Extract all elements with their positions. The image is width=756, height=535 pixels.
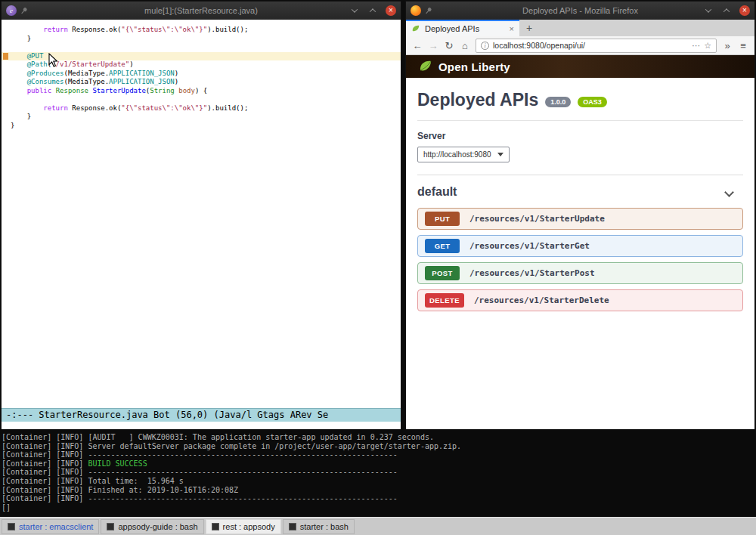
emacs-minimize-button[interactable] [349,5,360,16]
divider [417,120,743,121]
taskbar-item[interactable]: rest : appsody [206,519,281,534]
new-tab-button[interactable]: + [519,20,539,36]
method-badge: DELETE [425,293,464,308]
emacs-titlebar[interactable]: e mule[1]:(StarterResource.java) × [2,2,401,20]
taskbar-item[interactable]: appsody-guide : bash [101,519,203,534]
menu-icon[interactable]: ≡ [738,40,748,51]
firefox-maximize-button[interactable] [721,5,732,16]
code-area[interactable]: return Response.ok("{\"status\":\"ok\"}"… [2,20,401,130]
mouse-cursor [48,53,58,68]
terminal-line: [Container] [INFO] Server defaultServer … [2,442,756,451]
firefox-window-title: Deployed APIs - Mozilla Firefox [463,6,697,15]
terminal-line: [Container] [INFO] ---------------------… [2,468,756,477]
url-bar[interactable]: i localhost:9080/openapi/ui/ ⋯ ☆ [476,39,717,53]
open-liberty-logo-icon [418,59,433,74]
terminal-line: [Container] [INFO] Total time: 15.964 s [2,477,756,486]
code-line: @Produces(MediaType.APPLICATION_JSON) [2,70,401,79]
firefox-app-icon [411,5,421,16]
reload-icon[interactable]: ↻ [444,40,454,51]
endpoint-row[interactable]: POST/resources/v1/StarterPost [417,262,743,284]
taskbar-item-label: starter : emacsclient [19,522,93,531]
method-badge: PUT [425,212,460,226]
emacs-app-icon: e [6,5,17,16]
chevron-up-icon [723,8,730,14]
terminal-line: [Container] [INFO] BUILD SUCCESS [2,459,756,469]
bookmark-star-icon[interactable]: ☆ [704,41,711,51]
open-liberty-favicon [411,24,420,33]
endpoint-path: /resources/v1/StarterPost [469,268,595,278]
endpoint-path: /resources/v1/StarterUpdate [469,214,605,224]
terminal-window-icon [107,523,114,530]
home-icon[interactable]: ⌂ [460,40,470,51]
endpoint-row[interactable]: DELETE/resources/v1/StarterDelete [417,289,743,311]
overflow-icon[interactable]: » [722,40,733,51]
emacs-buffer[interactable]: return Response.ok("{\"status\":\"ok\"}"… [2,20,401,408]
server-label: Server [417,131,743,141]
emacs-maximize-button[interactable] [367,5,378,16]
taskbar-items: starter : emacsclientappsody-guide : bas… [0,517,756,535]
code-line: @Path("/v1/StarterUpdate") [2,60,401,70]
taskbar-item-label: rest : appsody [223,522,275,531]
terminal-line: [Container] [INFO] [AUDIT ] CWWKZ0003I: … [2,433,756,442]
terminal-line: [Container] [INFO] Finished at: 2019-10-… [2,486,756,495]
emacs-window-title: mule[1]:(StarterResource.java) [59,6,343,15]
code-line: return Response.ok("{\"status\":\"ok\"}"… [2,26,401,35]
open-liberty-brand: Open Liberty [438,60,510,73]
firefox-navbar: ← → ↻ ⌂ i localhost:9080/openapi/ui/ ⋯ ☆… [406,36,754,55]
chevron-down-icon [705,6,711,12]
back-icon[interactable]: ← [412,40,423,51]
emacs-minibuffer[interactable] [2,422,401,429]
collapse-chevron-icon[interactable] [724,187,734,197]
code-line [2,95,401,104]
emacs-window: e mule[1]:(StarterResource.java) × retur… [2,2,401,429]
section-title: default [417,185,457,199]
code-line: } [2,113,401,122]
tab-close-icon[interactable]: × [510,24,514,33]
taskbar-item-label: appsody-guide : bash [118,522,197,531]
endpoint-path: /resources/v1/StarterDelete [474,295,609,305]
server-select[interactable]: http://localhost:9080 [417,147,510,162]
pin-icon [425,7,432,15]
url-text[interactable]: localhost:9080/openapi/ui/ [493,41,688,50]
caret-down-icon [497,153,503,156]
method-badge: GET [425,239,460,253]
chevron-down-icon [352,6,358,12]
taskbar-item[interactable]: starter : bash [283,519,355,534]
terminal-line: [] [2,503,756,512]
page-actions-icon[interactable]: ⋯ [692,41,700,51]
pin-icon [20,7,28,15]
endpoint-path: /resources/v1/StarterGet [469,241,590,251]
endpoint-row[interactable]: GET/resources/v1/StarterGet [417,235,743,257]
chevron-up-icon [370,8,376,14]
terminal-window-icon [212,523,219,530]
forward-icon[interactable]: → [428,40,438,51]
terminal-window-icon [289,523,296,530]
desktop: e mule[1]:(StarterResource.java) × retur… [0,0,756,535]
site-info-icon[interactable]: i [481,42,489,50]
firefox-tabbar: Deployed APIs × + [406,20,754,36]
code-line: public Response StarterUpdate(String bod… [2,87,401,96]
firefox-window: Deployed APIs - Mozilla Firefox × Deploy… [406,2,754,429]
firefox-titlebar[interactable]: Deployed APIs - Mozilla Firefox × [406,2,754,20]
code-line: return Response.ok("{\"status\":\"ok\"}"… [2,104,401,113]
firefox-minimize-button[interactable] [703,5,714,16]
firefox-close-button[interactable]: × [739,5,750,16]
divider [417,175,743,175]
openapi-page: Open Liberty Deployed APIs 1.0.0 OAS3 Se… [406,55,754,429]
terminal-output[interactable]: [Container] [INFO] [AUDIT ] CWWKZ0003I: … [0,429,756,517]
emacs-close-button[interactable]: × [386,5,396,16]
tab-deployed-apis[interactable]: Deployed APIs × [406,20,519,36]
version-badge: 1.0.0 [545,97,571,107]
emacs-modeline: -:--- StarterResource.java Bot (56,0) (J… [2,408,401,422]
code-line [2,43,401,52]
taskbar-item[interactable]: starter : emacsclient [2,519,99,534]
terminal-line: [Container] [INFO] ---------------------… [2,494,756,503]
server-select-value: http://localhost:9080 [423,150,491,159]
section-default-header[interactable]: default [417,185,743,199]
code-line: @Consumes(MediaType.APPLICATION_JSON) [2,78,401,87]
code-line: } [2,122,401,131]
endpoint-row[interactable]: PUT/resources/v1/StarterUpdate [417,208,743,230]
method-badge: POST [425,266,460,280]
code-line: } [2,35,401,44]
endpoint-list: PUT/resources/v1/StarterUpdateGET/resour… [417,208,743,311]
